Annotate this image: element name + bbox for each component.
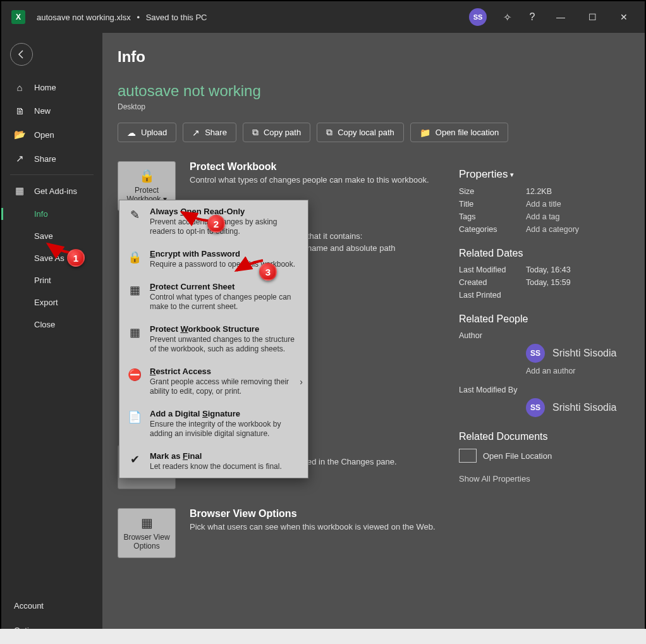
annotation-callout-2: 2	[207, 215, 225, 233]
author-label: Author	[459, 331, 526, 340]
menu-item-icon: 📄	[126, 410, 143, 439]
nav-close[interactable]: Close	[1, 313, 102, 336]
menu-item-title: Protect Current Sheet	[150, 282, 300, 291]
share-icon: ↗	[192, 128, 200, 138]
nav-account[interactable]: Account	[1, 593, 102, 618]
nav-icon: ▦	[14, 185, 25, 197]
protect-menu-item-4[interactable]: ⛔ Restrict Access Grant people access wh…	[119, 360, 308, 403]
titlebar: X autosave not working.xlsx • Saved to t…	[1, 1, 645, 33]
protect-menu-item-3[interactable]: ▦ Protect Workbook Structure Prevent unw…	[119, 318, 308, 360]
nav-icon: ↗	[14, 153, 25, 164]
related-people-heading: Related People	[459, 313, 623, 325]
quick-actions: ☁Upload ↗Share ⧉Copy path ⧉Copy local pa…	[118, 123, 623, 142]
menu-item-icon: ✔	[126, 453, 143, 471]
protect-menu-item-6[interactable]: ✔ Mark as Final Let readers know the doc…	[119, 445, 308, 478]
prop-title[interactable]: TitleAdd a title	[459, 200, 623, 209]
nav-home[interactable]: ⌂Home	[1, 76, 102, 99]
nav-icon: 📂	[14, 129, 25, 140]
menu-item-icon: 🔒	[126, 250, 143, 269]
maximize-button[interactable]: ☐	[576, 1, 608, 33]
menu-item-title: Add a Digital Signature	[150, 409, 300, 418]
protect-menu-item-5[interactable]: 📄 Add a Digital Signature Ensure the int…	[119, 403, 308, 445]
close-button[interactable]: ✕	[608, 1, 640, 33]
annotation-callout-3: 3	[259, 263, 277, 281]
menu-item-icon: ✎	[126, 208, 143, 236]
copy-local-path-button[interactable]: ⧉Copy local path	[317, 123, 404, 142]
browser-view-options-button[interactable]: ▦ Browser ViewOptions	[118, 508, 176, 558]
add-author-link[interactable]: Add an author	[526, 367, 623, 375]
nav-share[interactable]: ↗Share	[1, 147, 102, 171]
menu-item-title: Always Open Read-Only	[150, 207, 300, 216]
modified-by-person[interactable]: SS Srishti Sisodia	[526, 398, 623, 417]
menu-item-desc: Grant people access while removing their…	[150, 377, 300, 396]
annotation-callout-1: 1	[67, 249, 85, 267]
upload-icon: ☁	[127, 128, 136, 138]
date-created: CreatedToday, 15:59	[459, 278, 623, 287]
menu-item-desc: Control what types of changes people can…	[150, 293, 300, 312]
related-documents-heading: Related Documents	[459, 431, 623, 442]
folder-icon: 📁	[420, 128, 430, 138]
menu-item-title: Mark as Final	[150, 451, 282, 461]
nav-print[interactable]: Print	[1, 269, 102, 291]
nav-export[interactable]: Export	[1, 291, 102, 313]
coming-soon-icon[interactable]: ✧	[494, 1, 520, 33]
menu-item-desc: Prevent unwanted changes to the structur…	[150, 335, 300, 354]
user-avatar[interactable]: SS	[469, 8, 487, 26]
window-title: autosave not working.xlsx • Saved to thi…	[37, 13, 469, 22]
excel-app-icon: X	[11, 10, 25, 24]
nav-get-add-ins[interactable]: ▦Get Add-ins	[1, 179, 102, 203]
minimize-button[interactable]: ―	[545, 1, 576, 33]
open-file-location-link[interactable]: Open File Location	[459, 449, 623, 463]
browser-icon: ▦	[141, 515, 153, 530]
menu-item-title: Restrict Access	[150, 367, 300, 376]
protect-menu-item-2[interactable]: ▦ Protect Current Sheet Control what typ…	[119, 276, 308, 318]
prop-tags[interactable]: TagsAdd a tag	[459, 212, 623, 221]
copy-path-button[interactable]: ⧉Copy path	[243, 123, 310, 142]
prop-categories[interactable]: CategoriesAdd a category	[459, 225, 623, 234]
nav-open[interactable]: 📂Open	[1, 123, 102, 147]
save-state: Saved to this PC	[146, 13, 207, 22]
back-button[interactable]	[10, 43, 33, 66]
browser-heading: Browser View Options	[190, 508, 623, 519]
related-dates-heading: Related Dates	[459, 248, 623, 259]
browser-view-section: ▦ Browser ViewOptions Browser View Optio…	[118, 508, 623, 558]
nav-info[interactable]: Info	[1, 203, 102, 225]
share-button[interactable]: ↗Share	[183, 123, 236, 142]
properties-heading[interactable]: Properties ▾	[459, 168, 623, 181]
show-all-properties-link[interactable]: Show All Properties	[459, 474, 623, 483]
browser-desc: Pick what users can see when this workbo…	[190, 522, 623, 532]
menu-item-desc: Let readers know the document is final.	[150, 462, 282, 471]
caret-down-icon: ▾	[510, 171, 514, 179]
upload-button[interactable]: ☁Upload	[118, 123, 176, 142]
modifier-avatar: SS	[526, 398, 545, 417]
modified-by-label: Last Modified By	[459, 386, 526, 394]
backstage-sidebar: ⌂Home🗎New📂Open↗Share ▦Get Add-insInfoSav…	[1, 33, 102, 643]
menu-item-title: Protect Workbook Structure	[150, 324, 300, 334]
lock-icon: 🔒	[139, 168, 155, 183]
link-icon: ⧉	[326, 127, 332, 138]
back-arrow-icon	[16, 49, 27, 59]
menu-item-desc: Ensure the integrity of the workbook by …	[150, 420, 300, 439]
folder-icon	[459, 449, 477, 463]
menu-item-icon: ⛔	[126, 368, 143, 396]
page-title: Info	[118, 48, 623, 66]
filename: autosave not working.xlsx	[37, 13, 131, 22]
nav-new[interactable]: 🗎New	[1, 99, 102, 123]
author-avatar: SS	[526, 344, 545, 363]
menu-item-title: Encrypt with Password	[150, 249, 295, 258]
properties-panel: Properties ▾ Size12.2KBTitleAdd a titleT…	[459, 168, 623, 483]
menu-item-desc: Prevent accidental changes by asking rea…	[150, 217, 300, 236]
nav-icon: 🗎	[14, 106, 25, 116]
author-person[interactable]: SS Srishti Sisodia	[526, 344, 623, 363]
protect-menu-item-1[interactable]: 🔒 Encrypt with Password Require a passwo…	[119, 243, 308, 276]
link-icon: ⧉	[252, 127, 259, 138]
menu-item-icon: ▦	[126, 283, 143, 312]
modifier-name: Srishti Sisodia	[552, 402, 616, 413]
date-last-printed: Last Printed	[459, 291, 623, 300]
document-title: autosave not working	[118, 82, 623, 100]
prop-size: Size12.2KB	[459, 187, 623, 196]
document-location: Desktop	[118, 102, 623, 111]
date-last-modified: Last ModifiedToday, 16:43	[459, 265, 623, 274]
open-file-location-button[interactable]: 📁Open file location	[410, 123, 508, 142]
help-icon[interactable]: ?	[520, 1, 545, 33]
